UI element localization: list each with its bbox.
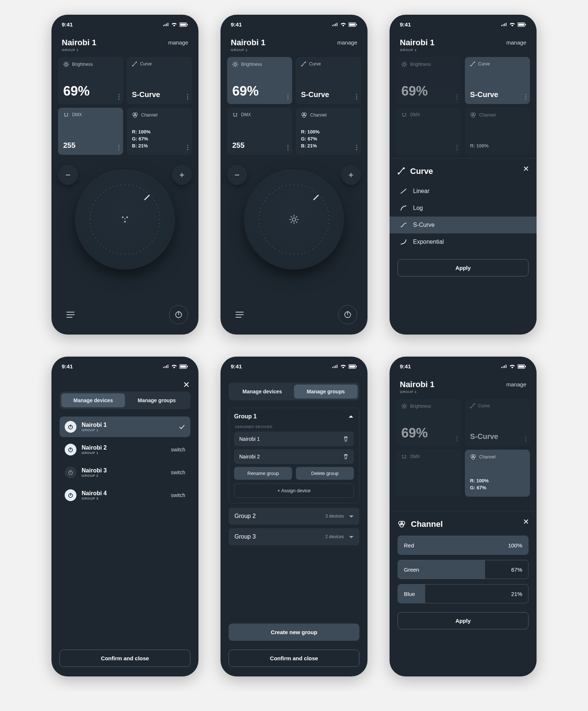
device-action[interactable]: switch [171,447,185,453]
decrement-button[interactable]: − [58,165,78,185]
group-name: Group 3 [234,533,256,540]
tile-more-icon[interactable] [456,94,458,100]
manage-link[interactable]: manage [506,39,526,46]
tile-more-icon[interactable] [187,145,188,150]
group-header[interactable]: Group 1 [234,413,354,424]
tile-brightness[interactable]: Brightness 69% [396,57,461,104]
tab-manage-groups[interactable]: Manage groups [125,393,189,407]
device-action[interactable]: switch [171,469,185,475]
decrement-button[interactable]: − [227,165,247,185]
apply-button[interactable]: Apply [398,612,528,629]
tile-channel[interactable]: Channel R: 100% G: 67% B: 21% [296,108,361,155]
channel-r: R: 100% [470,143,525,150]
trash-icon[interactable] [343,436,349,442]
curve-option-log[interactable]: Log [398,200,528,217]
device-group: GROUP 1 [231,48,265,52]
confirm-close-button[interactable]: Confirm and close [60,650,190,667]
trash-icon[interactable] [343,454,349,460]
tile-more-icon[interactable] [525,94,526,100]
increment-button[interactable]: + [341,165,361,185]
tile-more-icon[interactable] [456,436,458,442]
segment-control: Manage devices Manage groups [229,383,359,400]
group-row-collapsed[interactable]: Group 2 3 devices [229,508,359,525]
tile-more-icon[interactable] [287,145,288,150]
tile-brightness[interactable]: Brightness 69% [396,399,461,446]
increment-button[interactable]: + [172,165,192,185]
device-power-toggle[interactable] [65,467,76,478]
manage-link[interactable]: manage [337,39,357,46]
tiles-grid: Brightness 69% Curve S-Curve DMX Channel… [390,399,537,497]
device-row[interactable]: Nairobi 1GROUP 1 [60,417,190,437]
tile-more-icon[interactable] [356,145,357,150]
device-power-toggle[interactable] [65,444,76,455]
menu-button[interactable] [62,306,79,324]
rename-group-button[interactable]: Rename group [234,467,292,480]
curve-option-linear[interactable]: Linear [398,183,528,200]
tile-dmx[interactable]: DMX 255 [227,108,292,155]
manage-link[interactable]: manage [506,381,526,387]
device-action[interactable]: switch [171,492,185,498]
assign-device-button[interactable]: + Assign device [234,483,354,498]
group-row-collapsed[interactable]: Group 3 2 devices [229,528,359,545]
dial[interactable] [244,169,344,269]
create-group-button[interactable]: Create new group [229,624,359,641]
dial[interactable] [75,169,175,269]
tile-channel[interactable]: Channel R: 100% [465,108,530,155]
power-button[interactable] [169,305,188,324]
segment-control: Manage devices Manage groups [60,392,190,409]
apply-button[interactable]: Apply [398,259,528,276]
tile-more-icon[interactable] [118,145,119,150]
tile-curve-value: S-Curve [301,90,356,99]
device-row[interactable]: Nairobi 2GROUP 1switch [60,439,190,460]
tile-dmx[interactable]: DMX [396,450,461,497]
device-power-toggle[interactable] [65,421,76,433]
tile-more-icon[interactable] [456,145,458,150]
tile-channel[interactable]: Channel R: 100% G: 67% [465,450,530,497]
close-button[interactable]: ✕ [523,517,529,526]
device-action[interactable] [179,424,185,430]
tile-more-icon[interactable] [118,94,119,100]
tab-manage-devices[interactable]: Manage devices [230,385,294,399]
curve-option-exponential[interactable]: Exponential [398,233,528,250]
channel-slider-red[interactable]: Red 100% [398,536,528,555]
curve-option-scurve[interactable]: S-Curve [390,217,537,233]
tile-brightness-label: Brightness [410,404,431,409]
channel-slider-green[interactable]: Green 67% [398,560,528,579]
device-row[interactable]: Nairobi 4GROUP 3switch [60,485,190,505]
tab-manage-devices[interactable]: Manage devices [61,393,125,407]
delete-group-button[interactable]: Delete group [296,467,354,480]
status-bar: 9:41 [220,357,368,373]
close-button[interactable]: ✕ [183,380,190,390]
power-button[interactable] [338,305,357,324]
tile-curve[interactable]: Curve S-Curve [296,57,361,104]
tile-brightness[interactable]: Brightness 69% [58,57,123,104]
channel-slider-blue[interactable]: Blue 21% [398,584,528,603]
tile-more-icon[interactable] [287,94,288,100]
option-label: S-Curve [413,222,435,228]
close-button[interactable]: ✕ [523,164,529,173]
tile-more-icon[interactable] [525,436,526,442]
dial-face [255,181,333,258]
tile-more-icon[interactable] [187,94,188,100]
menu-button[interactable] [231,306,248,324]
tile-channel[interactable]: Channel R: 100% G: 67% B: 21% [127,108,192,155]
manage-link[interactable]: manage [168,39,188,46]
dial-face [86,181,164,258]
tab-manage-groups[interactable]: Manage groups [294,385,358,399]
status-indicators [163,364,188,369]
tile-dmx[interactable]: DMX [396,108,461,155]
tile-curve[interactable]: Curve S-Curve [127,57,192,104]
brightness-icon [401,403,407,409]
tile-curve-label: Curve [140,61,152,67]
tile-brightness[interactable]: Brightness 69% [227,57,292,104]
collapse-icon[interactable] [348,414,354,419]
curve-icon [470,61,475,67]
tile-more-icon[interactable] [356,94,357,100]
device-row[interactable]: Nairobi 3GROUP 2switch [60,462,190,483]
status-time: 9:41 [400,21,411,28]
device-power-toggle[interactable] [65,489,76,501]
tile-curve[interactable]: Curve S-Curve [465,57,530,104]
tile-dmx[interactable]: DMX 255 [58,108,123,155]
confirm-close-button[interactable]: Confirm and close [229,650,359,667]
tile-curve[interactable]: Curve S-Curve [465,399,530,446]
